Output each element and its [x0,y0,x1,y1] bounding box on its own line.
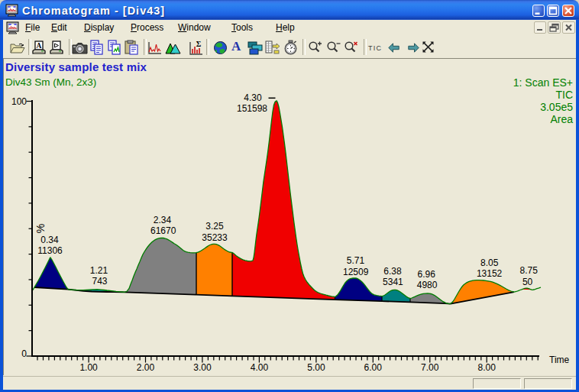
svg-text:5.00: 5.00 [307,362,325,373]
svg-text:3.00: 3.00 [193,362,212,373]
svg-text:13152: 13152 [477,268,503,279]
svg-text:11306: 11306 [37,245,63,256]
svg-text:1.21: 1.21 [90,265,108,276]
svg-text:2.00: 2.00 [137,362,155,373]
svg-text:6.38: 6.38 [383,266,402,277]
svg-text:8.05: 8.05 [480,258,499,268]
svg-text:8.75: 8.75 [520,265,539,276]
svg-text:0.34: 0.34 [40,235,59,245]
svg-text:TIC: TIC [555,89,573,101]
svg-text:50: 50 [522,277,533,287]
svg-text:Time: Time [549,355,570,365]
svg-text:100: 100 [11,96,27,107]
svg-text:4.30: 4.30 [244,92,262,103]
svg-text:61670: 61670 [150,225,176,236]
svg-text:12509: 12509 [343,267,369,277]
svg-text:3.25: 3.25 [205,221,224,232]
svg-text:0: 0 [21,348,27,359]
svg-text:8.00: 8.00 [478,362,497,373]
svg-text:Area: Area [550,113,573,125]
svg-text:2.34: 2.34 [154,215,172,225]
svg-text:6.00: 6.00 [364,362,383,373]
svg-text:3.05e5: 3.05e5 [540,101,573,113]
svg-text:35233: 35233 [202,232,228,243]
svg-text:1: Scan ES+: 1: Scan ES+ [513,76,573,89]
svg-text:4980: 4980 [417,280,438,290]
svg-text:%: % [34,224,47,233]
svg-text:4.00: 4.00 [251,362,269,373]
svg-text:Diversity sample test mix: Diversity sample test mix [5,60,147,73]
svg-text:743: 743 [92,276,107,287]
svg-text:6.96: 6.96 [418,269,436,280]
svg-text:1.00: 1.00 [79,362,98,373]
svg-text:5341: 5341 [383,277,403,287]
svg-text:151598: 151598 [237,103,267,114]
svg-text:Div43 Sm (Mn, 2x3): Div43 Sm (Mn, 2x3) [5,76,96,88]
svg-text:7.00: 7.00 [421,362,439,373]
svg-text:5.71: 5.71 [347,255,365,266]
